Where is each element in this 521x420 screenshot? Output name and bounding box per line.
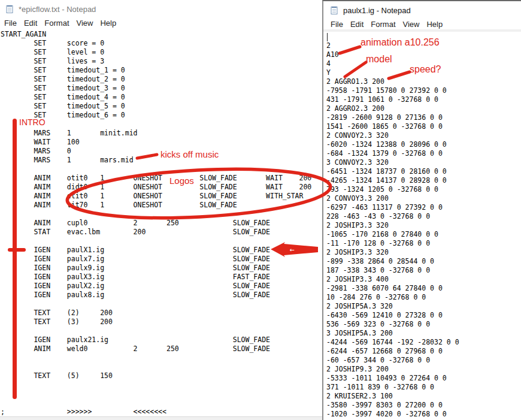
window-title: paulx1.ig - Notepad [343,6,411,15]
paulx1-text-area[interactable]: 2 A10 4 Y 2 AGGRO1.3 200 -7958 -1791 157… [326,32,459,419]
menu-help[interactable]: Help [423,20,446,29]
menu-edit[interactable]: Edit [20,19,41,28]
paulx1-notepad-window: paulx1.ig - Notepad File Edit Format Vie… [322,0,521,420]
epicflow-titlebar: *epicflow.txt - Notepad [0,0,322,18]
paulx1-titlebar: paulx1.ig - Notepad [323,1,521,19]
menu-file[interactable]: File [327,20,347,29]
epicflow-notepad-window: *epicflow.txt - Notepad File Edit Format… [0,0,322,420]
epicflow-text-area[interactable]: START_AGAIN SET score = 0 SET level = 0 … [1,30,311,416]
menu-file[interactable]: File [1,19,20,28]
menu-help[interactable]: Help [96,19,120,28]
notepad-icon [329,5,339,15]
menu-separator [323,29,521,32]
menu-format[interactable]: Format [41,19,72,28]
paulx1-menubar: File Edit Format View Help [323,19,521,30]
desktop: *epicflow.txt - Notepad File Edit Format… [0,0,521,420]
menu-edit[interactable]: Edit [347,20,367,29]
epicflow-menubar: File Edit Format View Help [0,17,322,29]
statusbar-strip [0,416,322,420]
notepad-icon [5,4,14,14]
menu-view[interactable]: View [73,19,97,28]
menu-format[interactable]: Format [367,20,399,29]
window-title: *epicflow.txt - Notepad [19,5,96,14]
menu-view[interactable]: View [399,20,423,29]
